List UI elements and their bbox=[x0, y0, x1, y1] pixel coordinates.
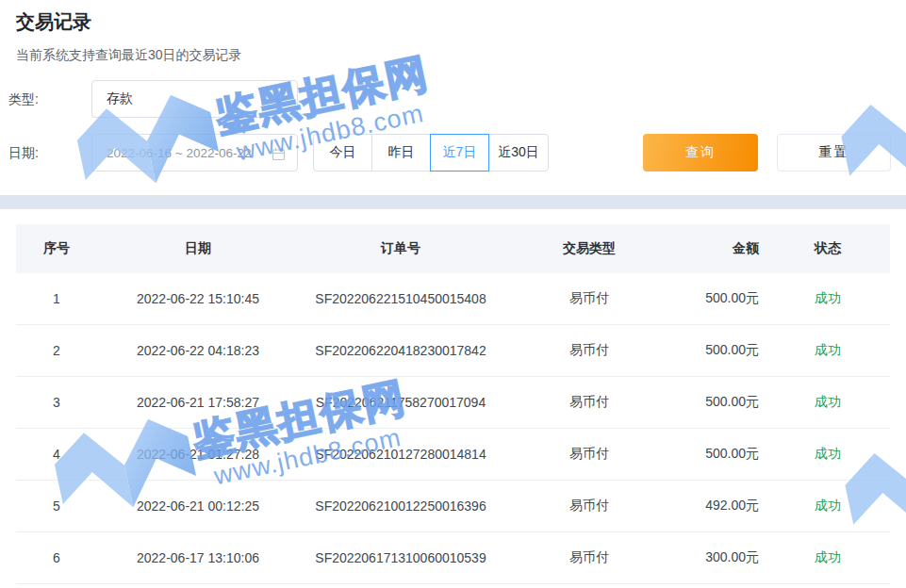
col-header-amount: 金额 bbox=[676, 240, 766, 257]
query-button[interactable]: 查询 bbox=[643, 134, 758, 172]
range-button-last7days[interactable]: 近7日 bbox=[430, 134, 489, 172]
cell-serial: 1 bbox=[16, 291, 97, 306]
cell-serial: 6 bbox=[16, 550, 97, 565]
cell-type: 易币付 bbox=[502, 290, 676, 307]
table-row: 5 2022-06-21 00:12:25 SF2022062100122500… bbox=[16, 481, 890, 532]
transactions-table: 序号 日期 订单号 交易类型 金额 状态 1 2022-06-22 15:10:… bbox=[16, 224, 890, 584]
cell-amount: 492.00元 bbox=[676, 498, 766, 514]
cell-order-no: SF202206171310060010539 bbox=[299, 550, 502, 565]
cell-date: 2022-06-21 00:12:25 bbox=[97, 498, 299, 514]
type-label: 类型: bbox=[8, 91, 39, 108]
cell-status: 成功 bbox=[766, 290, 890, 307]
cell-type: 易币付 bbox=[502, 498, 676, 514]
table-row: 3 2022-06-21 17:58:27 SF2022062117582700… bbox=[16, 377, 890, 429]
calendar-icon bbox=[272, 147, 286, 161]
cell-amount: 500.00元 bbox=[676, 290, 766, 307]
cell-date: 2022-06-21 01:27:28 bbox=[97, 447, 299, 462]
range-button-yesterday[interactable]: 昨日 bbox=[371, 134, 431, 172]
table-row: 4 2022-06-21 01:27:28 SF2022062101272800… bbox=[16, 429, 890, 481]
range-button-today[interactable]: 今日 bbox=[313, 134, 372, 172]
cell-order-no: SF202206211758270017094 bbox=[299, 395, 502, 410]
cell-date: 2022-06-22 15:10:45 bbox=[97, 291, 299, 306]
cell-amount: 500.00元 bbox=[676, 342, 766, 359]
table-row: 1 2022-06-22 15:10:45 SF2022062215104500… bbox=[16, 273, 890, 325]
cell-status: 成功 bbox=[766, 498, 890, 514]
col-header-serial: 序号 bbox=[16, 240, 97, 257]
cell-amount: 300.00元 bbox=[676, 549, 766, 566]
cell-serial: 5 bbox=[16, 498, 97, 514]
transaction-records-page: 交易记录 当前系统支持查询最近30日的交易记录 类型: 存款 日期: 2022-… bbox=[0, 0, 906, 588]
chevron-down-icon bbox=[274, 92, 285, 103]
cell-date: 2022-06-21 17:58:27 bbox=[97, 395, 299, 410]
cell-type: 易币付 bbox=[502, 549, 676, 566]
cell-type: 易币付 bbox=[502, 394, 676, 411]
type-select-value: 存款 bbox=[107, 90, 133, 107]
table-header-row: 序号 日期 订单号 交易类型 金额 状态 bbox=[16, 224, 890, 273]
date-range-input[interactable]: 2022-06-16 ~ 2022-06-22 bbox=[91, 134, 298, 172]
cell-amount: 500.00元 bbox=[676, 394, 766, 411]
cell-date: 2022-06-22 04:18:23 bbox=[97, 343, 299, 358]
col-header-type: 交易类型 bbox=[502, 240, 676, 257]
cell-amount: 500.00元 bbox=[676, 446, 766, 463]
date-label: 日期: bbox=[8, 145, 39, 162]
date-range-value: 2022-06-16 ~ 2022-06-22 bbox=[107, 146, 252, 160]
col-header-order-no: 订单号 bbox=[299, 240, 502, 257]
cell-type: 易币付 bbox=[502, 446, 676, 463]
cell-status: 成功 bbox=[766, 549, 890, 566]
cell-status: 成功 bbox=[766, 446, 890, 463]
date-range-presets: 今日 昨日 近7日 近30日 bbox=[313, 134, 549, 172]
type-select[interactable]: 存款 bbox=[91, 80, 298, 118]
cell-type: 易币付 bbox=[502, 342, 676, 359]
cell-serial: 4 bbox=[16, 447, 97, 462]
page-title: 交易记录 bbox=[16, 9, 91, 35]
cell-order-no: SF202206220418230017842 bbox=[299, 343, 502, 358]
range-button-last30days[interactable]: 近30日 bbox=[488, 134, 549, 172]
cell-date: 2022-06-17 13:10:06 bbox=[97, 550, 299, 565]
reset-button[interactable]: 重置 bbox=[777, 134, 891, 172]
cell-status: 成功 bbox=[766, 394, 890, 411]
table-row: 6 2022-06-17 13:10:06 SF2022061713100600… bbox=[16, 532, 890, 584]
cell-status: 成功 bbox=[766, 342, 890, 359]
table-row: 2 2022-06-22 04:18:23 SF2022062204182300… bbox=[16, 325, 890, 377]
cell-order-no: SF202206210012250016396 bbox=[299, 498, 502, 514]
cell-serial: 2 bbox=[16, 343, 97, 358]
col-header-date: 日期 bbox=[97, 240, 299, 257]
page-subtitle: 当前系统支持查询最近30日的交易记录 bbox=[16, 47, 242, 64]
cell-order-no: SF202206221510450015408 bbox=[299, 291, 502, 306]
cell-serial: 3 bbox=[16, 395, 97, 410]
divider-band bbox=[0, 195, 906, 209]
cell-order-no: SF202206210127280014814 bbox=[299, 447, 502, 462]
col-header-status: 状态 bbox=[766, 240, 890, 257]
